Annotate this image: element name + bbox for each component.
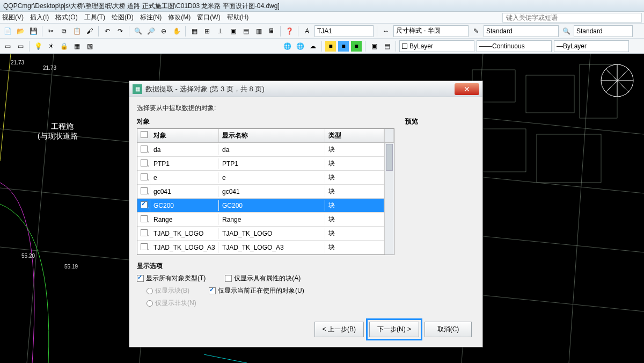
menu-window[interactable]: 窗口(W) (197, 13, 220, 22)
row-checkbox[interactable] (141, 159, 148, 166)
color-c-icon[interactable]: ■ (351, 41, 362, 52)
row-checkbox[interactable] (141, 201, 148, 208)
lock-icon[interactable]: 🔒 (58, 41, 69, 52)
menu-annotate[interactable]: 标注(N) (140, 13, 162, 22)
table-row[interactable]: PTP1PTP1块 (137, 157, 394, 171)
opt-only-in-use[interactable]: 仅显示当前正在使用的对象(U) (209, 286, 304, 295)
menu-insert[interactable]: 插入(I) (30, 13, 49, 22)
menu-tools[interactable]: 工具(T) (84, 13, 105, 22)
table-row[interactable]: TJAD_TK_LOGO_A3TJAD_TK_LOGO_A3块 (137, 241, 394, 255)
dim-icon[interactable]: ↔ (380, 26, 391, 37)
tool-a-icon[interactable]: ▣ (228, 26, 238, 37)
standard-combo-2[interactable]: Standard (574, 25, 633, 37)
paint-icon[interactable]: 🖌 (84, 26, 95, 37)
scrollbar[interactable] (384, 143, 394, 255)
copy-icon[interactable]: ⧉ (58, 26, 69, 37)
search-input[interactable] (502, 13, 642, 23)
calc-icon[interactable]: 🖩 (266, 26, 277, 37)
menu-help[interactable]: 帮助(H) (227, 13, 249, 22)
redo-icon[interactable]: ↷ (115, 26, 126, 37)
cell-name: e (150, 172, 219, 183)
layer-tool-icon[interactable]: ▦ (71, 41, 82, 52)
tool-c-icon[interactable]: ▥ (253, 26, 264, 37)
close-button[interactable]: ✕ (455, 83, 479, 95)
grid-icon[interactable]: ▦ (189, 26, 200, 37)
row-checkbox[interactable] (141, 146, 148, 153)
save-icon[interactable]: 💾 (28, 26, 39, 37)
checkbox-icon[interactable] (225, 275, 232, 282)
col-type[interactable]: 类型 (325, 129, 384, 142)
ws-a-icon[interactable]: 🌐 (282, 41, 292, 52)
new-icon[interactable]: 📄 (2, 26, 13, 37)
cancel-button[interactable]: 取消(C) (425, 322, 472, 337)
opt-show-all-types[interactable]: 显示所有对象类型(T) (137, 274, 206, 283)
table-row[interactable]: ee块 (137, 171, 394, 185)
select-all-checkbox[interactable] (141, 131, 148, 138)
dim-style-combo[interactable]: 尺寸样式 - 半圆 (393, 25, 469, 37)
table-row[interactable]: GC200GC200块 (137, 199, 394, 213)
cell-name: gc041 (150, 186, 219, 197)
cell-type: 块 (325, 171, 384, 184)
table-row[interactable]: dada块 (137, 143, 394, 157)
search-icon[interactable]: 🔍 (561, 26, 572, 37)
lineweight-combo[interactable]: — ByLayer (554, 40, 629, 52)
snap-icon[interactable]: ⊞ (202, 26, 213, 37)
ortho-icon[interactable]: ⊥ (215, 26, 225, 37)
zoom-in-icon[interactable]: 🔎 (145, 26, 156, 37)
table-row[interactable]: gc041gc041块 (137, 185, 394, 199)
table-row[interactable]: RangeRange块 (137, 213, 394, 227)
checkbox-icon[interactable] (137, 275, 144, 282)
cut-icon[interactable]: ✂ (46, 26, 56, 37)
checkbox-icon[interactable] (209, 287, 216, 294)
next-button[interactable]: 下一步(N) > (369, 322, 419, 337)
zoom-out-icon[interactable]: ⊖ (158, 26, 169, 37)
open-icon[interactable]: 📂 (15, 26, 26, 37)
row-checkbox[interactable] (141, 173, 148, 180)
text-style-icon[interactable]: A (302, 26, 312, 37)
dim-edit-icon[interactable]: ✎ (471, 26, 481, 37)
ws-c-icon[interactable]: ☁ (308, 41, 318, 52)
dialog-title-bar[interactable]: ▦ 数据提取 - 选择对象 (第 3 页，共 8 页) ✕ (129, 81, 482, 97)
cell-display: TJAD_TK_LOGO (219, 228, 325, 239)
color-b-icon[interactable]: ■ (338, 41, 349, 52)
menu-format[interactable]: 格式(O) (55, 13, 77, 22)
col-name[interactable]: 对象 (150, 129, 219, 142)
back-button[interactable]: < 上一步(B) (314, 322, 364, 337)
layer-tool2-icon[interactable]: ▧ (84, 41, 95, 52)
paste-icon[interactable]: 📋 (71, 26, 82, 37)
display-options-heading: 显示选项 (137, 262, 394, 271)
row-checkbox[interactable] (141, 229, 148, 236)
sun-icon[interactable]: ☀ (46, 41, 56, 52)
cell-type: 块 (325, 143, 384, 156)
menu-modify[interactable]: 修改(M) (168, 13, 191, 22)
layer-a-icon[interactable]: ▭ (2, 41, 13, 52)
row-checkbox[interactable] (141, 215, 148, 222)
menu-view[interactable]: 视图(V) (2, 13, 24, 22)
pan-icon[interactable]: ✋ (171, 26, 182, 37)
row-checkbox[interactable] (141, 187, 148, 194)
opt-only-with-attrs[interactable]: 仅显示具有属性的块(A) (225, 274, 301, 283)
svg-text:工程施: 工程施 (51, 122, 74, 130)
text-style-combo[interactable]: TJA1 (314, 25, 374, 37)
color-a-icon[interactable]: ■ (325, 41, 336, 52)
undo-icon[interactable]: ↶ (102, 26, 113, 37)
zoom-extents-icon[interactable]: 🔍 (133, 26, 143, 37)
tool-b-icon[interactable]: ▤ (240, 26, 251, 37)
help-icon[interactable]: ❓ (284, 26, 295, 37)
bulb-icon[interactable]: 💡 (33, 41, 43, 52)
standard-combo-1[interactable]: Standard (484, 25, 559, 37)
menu-draw[interactable]: 绘图(D) (112, 13, 134, 22)
view-b-icon[interactable]: ▤ (382, 41, 392, 52)
layer-b-icon[interactable]: ▭ (15, 41, 26, 52)
table-header: 对象 显示名称 类型 (137, 129, 394, 143)
cell-display: da (219, 144, 325, 155)
linetype-combo[interactable]: —— Continuous (477, 40, 552, 52)
svg-text:55.20: 55.20 (21, 253, 35, 259)
table-row[interactable]: TJAD_TK_LOGOTJAD_TK_LOGO块 (137, 227, 394, 241)
cell-name: TJAD_TK_LOGO_A3 (150, 242, 219, 253)
ws-b-icon[interactable]: 🌐 (295, 41, 305, 52)
row-checkbox[interactable] (141, 243, 148, 250)
layer-combo[interactable]: ByLayer (399, 40, 474, 52)
col-display[interactable]: 显示名称 (219, 129, 325, 142)
view-a-icon[interactable]: ▣ (369, 41, 379, 52)
